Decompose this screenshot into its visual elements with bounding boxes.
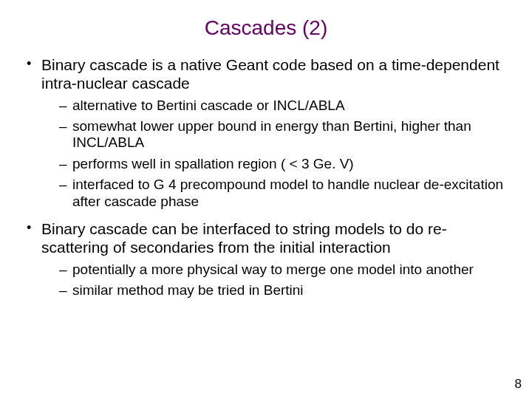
sub-bullet-item: similar method may be tried in Bertini [59,282,507,299]
bullet-text: Binary cascade can be interfaced to stri… [41,220,447,256]
sub-bullet-text: performs well in spallation region ( < 3… [72,156,354,171]
slide: Cascades (2) Binary cascade is a native … [0,0,532,399]
sub-bullet-text: potentially a more physical way to merge… [72,262,474,277]
sub-bullet-text: similar method may be tried in Bertini [72,282,304,298]
sub-bullet-item: potentially a more physical way to merge… [59,262,507,278]
sub-bullet-list: potentially a more physical way to merge… [41,262,507,299]
sub-bullet-text: alternative to Bertini cascade or INCL/A… [72,98,345,113]
bullet-item: Binary cascade can be interfaced to stri… [25,220,507,299]
sub-bullet-item: interfaced to G 4 precompound model to h… [59,177,507,210]
bullet-item: Binary cascade is a native Geant code ba… [25,56,507,210]
sub-bullet-list: alternative to Bertini cascade or INCL/A… [41,98,507,210]
bullet-text: Binary cascade is a native Geant code ba… [41,56,499,92]
sub-bullet-text: interfaced to G 4 precompound model to h… [72,177,503,208]
slide-title: Cascades (2) [25,16,507,40]
sub-bullet-item: performs well in spallation region ( < 3… [59,156,507,172]
sub-bullet-item: alternative to Bertini cascade or INCL/A… [59,98,507,114]
sub-bullet-text: somewhat lower upper bound in energy tha… [72,118,471,150]
bullet-list: Binary cascade is a native Geant code ba… [25,56,507,299]
page-number: 8 [515,377,522,392]
sub-bullet-item: somewhat lower upper bound in energy tha… [59,118,507,151]
